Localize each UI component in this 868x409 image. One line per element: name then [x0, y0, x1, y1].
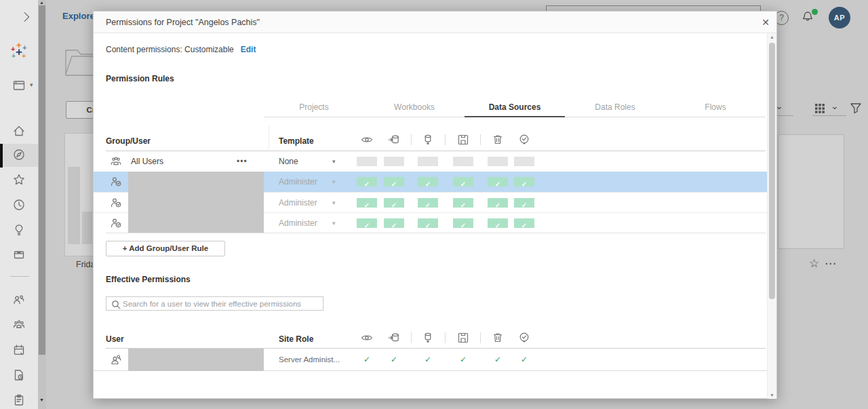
permission-rules-heading: Permission Rules — [106, 74, 174, 83]
tab-flows[interactable]: Flows — [665, 99, 766, 117]
redacted-user-name — [128, 349, 264, 371]
allowed-check-set-permissions: ✓ — [514, 349, 534, 371]
scroll-up-icon[interactable]: ▲ — [39, 0, 44, 5]
user-check-icon — [110, 176, 122, 188]
capability-cell-delete[interactable] — [488, 177, 508, 187]
favorites-star-icon[interactable] — [12, 173, 26, 187]
content-permissions-text: Content permissions: Customizable — [106, 45, 234, 54]
template-caret-icon[interactable]: ▾ — [332, 172, 336, 192]
template-select[interactable]: Administer — [279, 213, 317, 233]
capability-cell-connect[interactable] — [384, 198, 404, 208]
capability-cell-connect[interactable] — [384, 177, 404, 187]
home-icon[interactable] — [12, 124, 26, 138]
window-switcher-icon[interactable] — [12, 79, 26, 92]
tab-projects[interactable]: Projects — [264, 99, 364, 117]
set-permissions-capability-icon — [518, 134, 530, 146]
table-row-effective-user[interactable]: Server Administ... ✓ ✓ ✓ ✓ ✓ ✓ — [94, 349, 768, 371]
table-row-all-users[interactable]: All Users ••• None ▾ — [94, 151, 768, 172]
template-caret-icon[interactable]: ▾ — [332, 193, 336, 213]
tableau-screen: ? AP + + + + + + ▾ ▲ ▼ — [0, 0, 868, 409]
allowed-check-view: ✓ — [357, 349, 377, 371]
template-select[interactable]: Administer — [279, 172, 317, 192]
view-mode-caret-icon[interactable]: ⌄ — [831, 100, 839, 111]
scroll-down-icon[interactable]: ▼ — [39, 397, 44, 402]
groups-icon[interactable] — [12, 318, 26, 332]
tab-data-roles[interactable]: Data Roles — [565, 99, 665, 117]
explore-compass-icon[interactable] — [12, 148, 26, 161]
capability-cell-set-permissions[interactable] — [514, 157, 534, 166]
capability-cell-download[interactable] — [418, 218, 438, 228]
allowed-check-save: ✓ — [453, 349, 473, 371]
tableau-logo-icon[interactable]: + + + + + + — [11, 41, 30, 60]
effective-permissions-search — [106, 296, 323, 311]
favorite-star-icon[interactable]: ☆ — [809, 256, 819, 271]
user-check-icon — [110, 217, 122, 229]
capability-cell-save[interactable] — [453, 198, 473, 208]
page-scrollbar[interactable]: ▲ ▼ — [38, 0, 46, 409]
save-capability-icon — [457, 332, 469, 344]
capability-cell-save[interactable] — [453, 157, 473, 166]
edit-link[interactable]: Edit — [241, 45, 256, 54]
collections-box-icon[interactable] — [12, 248, 26, 261]
template-select[interactable]: Administer — [279, 193, 317, 213]
capability-cell-set-permissions[interactable] — [514, 198, 534, 208]
template-caret-icon[interactable]: ▾ — [332, 151, 336, 172]
effective-permissions-search-input[interactable] — [123, 297, 321, 310]
capability-divider — [480, 134, 481, 145]
content-thumbnail-card[interactable] — [778, 134, 844, 249]
capability-divider — [411, 134, 412, 145]
group-icon — [110, 155, 122, 168]
avatar[interactable]: AP — [829, 7, 850, 28]
window-switcher-caret-icon[interactable]: ▾ — [30, 81, 33, 88]
capability-cell-view[interactable] — [357, 218, 377, 228]
scroll-down-icon[interactable]: ▼ — [770, 393, 774, 397]
site-status-clipboard-icon[interactable] — [12, 393, 26, 407]
close-icon[interactable]: ✕ — [762, 17, 770, 28]
tab-data-sources[interactable]: Data Sources — [465, 99, 565, 117]
users-icon[interactable] — [12, 293, 26, 307]
capability-cell-connect[interactable] — [384, 157, 404, 166]
recents-clock-icon[interactable] — [12, 198, 26, 212]
dialog-scrollbar[interactable]: ▲ ▼ — [767, 33, 776, 399]
capability-divider — [445, 134, 446, 145]
save-capability-icon — [457, 134, 469, 146]
thumbnail-bar — [82, 212, 92, 244]
user-check-icon — [110, 197, 122, 209]
capability-cell-delete[interactable] — [488, 198, 508, 208]
site-role-value: Server Administ... — [279, 349, 340, 371]
page-scrollbar-thumb[interactable] — [39, 5, 45, 355]
capability-cell-save[interactable] — [453, 218, 473, 228]
effective-permissions-heading: Effective Permissions — [106, 275, 191, 284]
capability-cell-delete[interactable] — [488, 157, 508, 166]
tab-workbooks[interactable]: Workbooks — [364, 99, 465, 117]
row-menu-icon[interactable]: ••• — [237, 151, 248, 172]
capability-cell-connect[interactable] — [384, 218, 404, 228]
user-group-icon — [110, 353, 122, 366]
expand-sidebar-chevron-icon[interactable] — [20, 10, 33, 24]
dialog-header: Permissions for Project "Angelos Pachis"… — [94, 12, 776, 33]
capability-cell-view[interactable] — [357, 177, 377, 187]
view-mode-grid-icon[interactable] — [814, 103, 825, 114]
capability-cell-set-permissions[interactable] — [514, 218, 534, 228]
capability-cell-download[interactable] — [418, 157, 438, 166]
template-select[interactable]: None — [279, 151, 298, 172]
allowed-check-download: ✓ — [418, 349, 438, 371]
jobs-file-clock-icon[interactable] — [12, 368, 26, 382]
dialog-scrollbar-thumb[interactable] — [769, 43, 775, 299]
filter-funnel-icon[interactable] — [850, 102, 862, 115]
capability-cell-view[interactable] — [357, 157, 377, 166]
capability-cell-save[interactable] — [453, 177, 473, 187]
scroll-up-icon[interactable]: ▲ — [770, 35, 774, 39]
capability-cell-set-permissions[interactable] — [514, 177, 534, 187]
template-caret-icon[interactable]: ▾ — [332, 213, 336, 233]
rules-table-bottom-border — [106, 233, 766, 233]
capability-cell-delete[interactable] — [488, 218, 508, 228]
card-actions-menu-icon[interactable]: ⋯ — [825, 256, 837, 271]
add-group-user-rule-button[interactable]: + Add Group/User Rule — [106, 241, 225, 256]
recommendations-bulb-icon[interactable] — [12, 223, 26, 237]
capability-cell-view[interactable] — [357, 198, 377, 208]
view-capability-icon — [361, 134, 373, 146]
capability-cell-download[interactable] — [418, 177, 438, 187]
capability-cell-download[interactable] — [418, 198, 438, 208]
schedules-calendar-icon[interactable] — [12, 343, 26, 357]
